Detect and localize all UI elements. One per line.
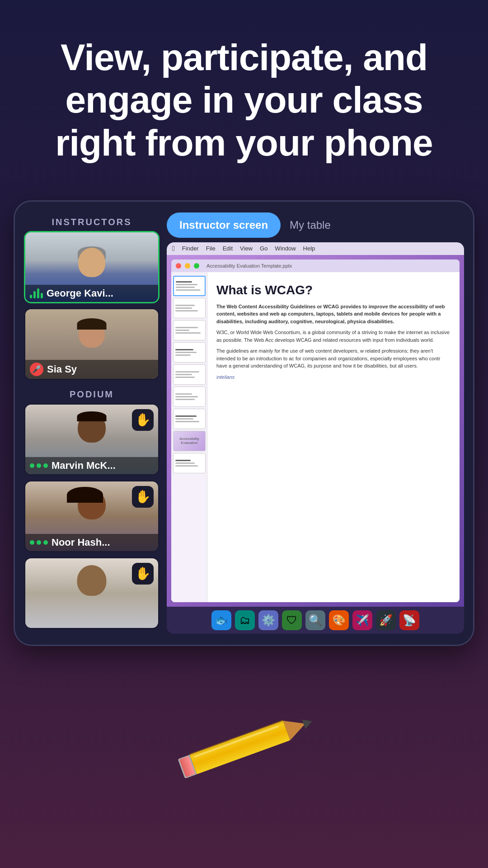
tab-my-table[interactable]: My table xyxy=(281,212,340,238)
dock-icon-launchpad[interactable]: 🗂 xyxy=(235,610,255,630)
slide-thumb-9[interactable] xyxy=(173,453,206,473)
hand-badge-marvin: ✋ xyxy=(132,409,154,431)
finder-menu[interactable]: Finder xyxy=(182,245,199,252)
apple-icon:  xyxy=(172,245,175,253)
dock-icon-app1[interactable]: 🎨 xyxy=(329,610,349,630)
file-menu[interactable]: File xyxy=(206,245,216,252)
hero-headline: View, participate, and engage in your cl… xyxy=(27,36,461,164)
marvin-name: Marvin McK... xyxy=(52,460,116,472)
noor-name-bar: Noor Hash... xyxy=(25,534,158,551)
sia-name: Sia Sy xyxy=(47,363,77,375)
slide-thumb-3[interactable] xyxy=(173,320,206,340)
edit-menu[interactable]: Edit xyxy=(223,245,233,252)
dock-icon-app3[interactable]: 🚀 xyxy=(376,610,396,630)
dock-icon-spotlight[interactable]: 🔍 xyxy=(305,610,325,630)
slide-body-1: W3C, or World Wide Web Consortium, is a … xyxy=(216,329,450,344)
dots-marvin xyxy=(30,463,48,468)
pptx-dot-green xyxy=(194,263,199,269)
pptx-filename: Accessability Evaluation Template.pptx xyxy=(206,263,292,269)
pptx-dot-red xyxy=(176,263,181,269)
marvin-name-bar: Marvin McK... xyxy=(25,457,158,474)
right-panel: Instructor screen My table  Finder File… xyxy=(167,212,464,634)
hero-section: View, participate, and engage in your cl… xyxy=(0,0,488,191)
slide-body-2: The guidelines are mainly for the use of… xyxy=(216,347,450,370)
view-menu[interactable]: View xyxy=(240,245,253,252)
dock-icon-finder[interactable]: 🐟 xyxy=(211,610,231,630)
participant-george[interactable]: George Kavi... xyxy=(24,231,160,303)
help-menu[interactable]: Help xyxy=(303,245,315,252)
slide-thumb-1[interactable] xyxy=(173,276,206,296)
dock-icon-security[interactable]: 🛡 xyxy=(282,610,302,630)
slide-thumb-7[interactable] xyxy=(173,409,206,429)
pptx-topbar: Accessability Evaluation Template.pptx xyxy=(171,259,460,272)
participant-noor[interactable]: ✋ Noor Hash... xyxy=(24,480,160,552)
slide-thumb-5[interactable] xyxy=(173,364,206,385)
participant-p5[interactable]: ✋ xyxy=(24,557,160,629)
dock-icon-app4[interactable]: 📡 xyxy=(399,610,419,630)
pencil-body xyxy=(190,721,290,774)
dock-icon-settings[interactable]: ⚙️ xyxy=(258,610,278,630)
window-menu[interactable]: Window xyxy=(275,245,296,252)
tabs-row: Instructor screen My table xyxy=(167,212,464,238)
slide-thumbnails: Accessibility Evaluation xyxy=(171,272,207,602)
mac-menubar:  Finder File Edit View Go Window Help xyxy=(167,242,464,255)
hand-badge-noor: ✋ xyxy=(132,486,154,508)
instructors-label: INSTRUCTORS xyxy=(24,212,160,231)
noor-name: Noor Hash... xyxy=(52,537,110,548)
audio-bars-george xyxy=(30,288,43,298)
brand-label: intelians xyxy=(216,374,450,380)
participant-marvin[interactable]: ✋ Marvin McK... xyxy=(24,403,160,476)
go-menu[interactable]: Go xyxy=(260,245,267,252)
george-name-bar: George Kavi... xyxy=(25,285,158,302)
sia-name-bar: 🎤 Sia Sy xyxy=(25,360,158,379)
dots-noor xyxy=(30,540,48,545)
hand-badge-p5: ✋ xyxy=(132,563,154,585)
slide-thumb-6[interactable] xyxy=(173,387,206,407)
slide-thumb-2[interactable] xyxy=(173,298,206,318)
slide-body: The Web Content Accessibility Guidelines… xyxy=(216,303,450,370)
device-frame: INSTRUCTORS George Kavi... xyxy=(14,200,474,646)
pencil-illustration xyxy=(166,677,322,782)
slide-body-bold: The Web Content Accessibility Guidelines… xyxy=(216,303,450,326)
podium-label: PODIUM xyxy=(24,385,160,403)
mute-icon-sia: 🎤 xyxy=(30,363,43,376)
dock-icon-app2[interactable]: ✈️ xyxy=(352,610,372,630)
tab-instructor-screen[interactable]: Instructor screen xyxy=(167,212,281,238)
slide-main: What is WCAG? The Web Content Accessibil… xyxy=(207,272,460,602)
screen-share-area:  Finder File Edit View Go Window Help xyxy=(167,242,464,634)
participant-sia[interactable]: 🎤 Sia Sy xyxy=(24,308,160,380)
slide-thumb-4[interactable] xyxy=(173,342,206,363)
mac-dock: 🐟 🗂 ⚙️ 🛡 🔍 🎨 ✈️ 🚀 📡 xyxy=(167,607,464,634)
left-panel: INSTRUCTORS George Kavi... xyxy=(24,212,160,634)
bottom-section xyxy=(0,646,488,786)
slide-thumb-8[interactable]: Accessibility Evaluation xyxy=(173,431,206,451)
slide-title: What is WCAG? xyxy=(216,283,450,297)
pptx-dot-yellow xyxy=(185,263,190,269)
george-name: George Kavi... xyxy=(47,288,113,299)
